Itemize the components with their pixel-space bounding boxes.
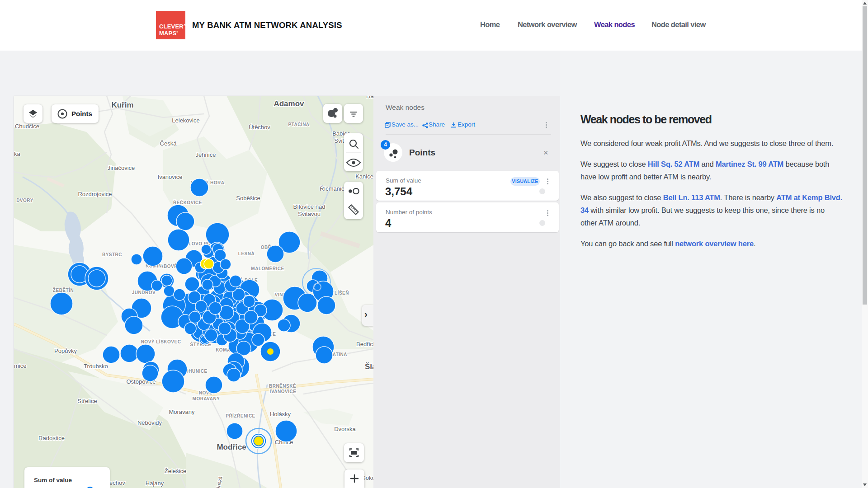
svg-text:Soběšice: Soběšice [236, 195, 260, 202]
svg-text:PTAČINA: PTAČINA [288, 122, 309, 127]
svg-text:Bedřichovice: Bedřichovice [356, 341, 373, 347]
svg-text:mice: mice [14, 362, 26, 369]
svg-text:Troubsko: Troubsko [84, 363, 108, 370]
svg-text:Česká: Česká [160, 140, 177, 147]
svg-text:Svitavou: Svitavou [298, 211, 321, 217]
svg-text:Rozdrojovice: Rozdrojovice [78, 191, 112, 197]
svg-text:Řícmanice: Řícmanice [320, 185, 347, 192]
svg-text:PŘÍZŘENICE: PŘÍZŘENICE [226, 413, 255, 418]
svg-text:Adamov: Adamov [274, 99, 304, 108]
svg-text:DVORY: DVORY [16, 198, 33, 203]
svg-text:ŽEBĚTÍN: ŽEBĚTÍN [53, 287, 74, 293]
svg-text:Želešice: Želešice [165, 468, 186, 474]
svg-text:Hajany: Hajany [146, 480, 164, 487]
svg-text:ŘEČKOVICE: ŘEČKOVICE [173, 200, 202, 205]
svg-text:Dvorska: Dvorska [334, 426, 356, 432]
svg-text:Holásky: Holásky [270, 411, 291, 418]
svg-text:Lelekovice: Lelekovice [172, 117, 199, 124]
svg-text:Habrůvka: Habrůvka [366, 96, 373, 99]
svg-text:MALOMĚŘICE: MALOMĚŘICE [251, 266, 284, 271]
svg-text:Jehnice: Jehnice [196, 151, 216, 158]
svg-text:Nebovidy: Nebovidy [137, 419, 162, 426]
svg-text:Kanice: Kanice [355, 173, 373, 180]
svg-text:ka: ka [14, 150, 21, 157]
svg-text:Chudčice: Chudčice [15, 123, 39, 130]
svg-text:MORAVANY: MORAVANY [193, 396, 220, 401]
svg-text:Moravany: Moravany [169, 408, 195, 415]
svg-text:IVANOVICE: IVANOVICE [270, 389, 297, 394]
svg-text:LESNÁ: LESNÁ [238, 251, 255, 256]
svg-text:Radostice: Radostice [38, 435, 65, 441]
svg-text:NOVÝ LÍSKOVEC: NOVÝ LÍSKOVEC [141, 339, 181, 344]
svg-text:Ivanovice: Ivanovice [158, 174, 183, 180]
svg-text:Kuřim: Kuřim [111, 101, 133, 109]
svg-text:Bílovice nad: Bílovice nad [293, 203, 326, 210]
svg-text:Střelice: Střelice [77, 398, 97, 404]
svg-text:Jinačovice: Jinačovice [108, 164, 135, 171]
svg-text:Modřice: Modřice [217, 443, 246, 451]
svg-text:Popůvky: Popůvky [54, 347, 77, 354]
svg-text:LÍŠEŇ: LÍŠEŇ [335, 290, 349, 296]
svg-text:JUNDROV: JUNDROV [132, 290, 156, 295]
svg-text:Útěchov: Útěchov [249, 124, 270, 131]
svg-text:echov: echov [109, 479, 125, 486]
svg-text:BRNĚNSKÉ: BRNĚNSKÉ [269, 383, 296, 389]
svg-text:Šlapanice: Šlapanice [365, 362, 373, 371]
svg-text:BYSTRC: BYSTRC [102, 252, 122, 257]
